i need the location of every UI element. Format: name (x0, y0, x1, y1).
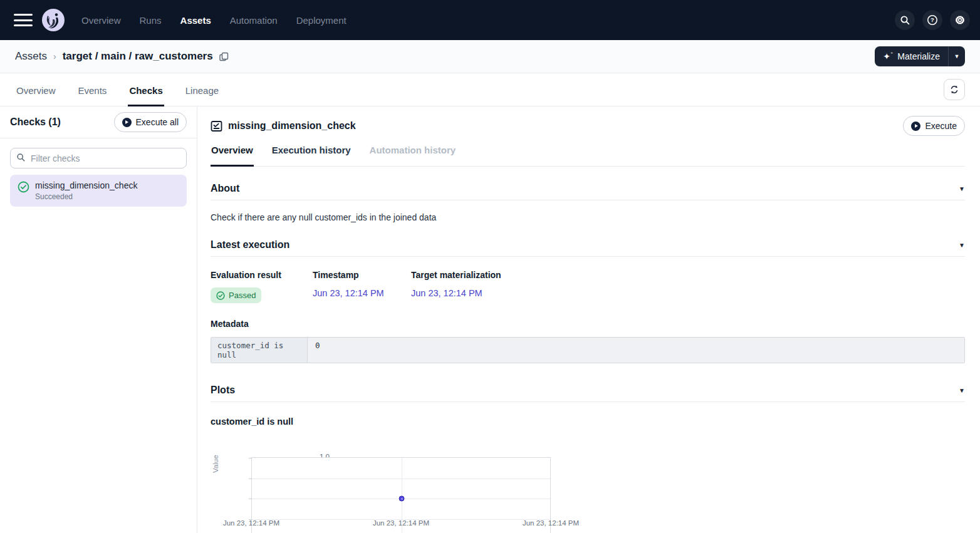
help-icon[interactable]: ? (922, 10, 942, 30)
refresh-button[interactable] (944, 79, 965, 100)
nav-link-overview[interactable]: Overview (81, 15, 121, 26)
column-target-materialization: Target materialization (411, 270, 501, 280)
chevron-down-icon[interactable]: ▼ (959, 185, 965, 192)
check-title: missing_dimension_check (228, 120, 356, 132)
breadcrumb-asset-path: target / main / raw_customers (63, 50, 213, 63)
tab-execution-history[interactable]: Execution history (271, 145, 352, 166)
check-detail-panel: missing_dimension_check Execute Overview… (197, 106, 980, 533)
check-detail-tabs: Overview Execution history Automation hi… (211, 145, 965, 167)
breadcrumb-assets-link[interactable]: Assets (15, 50, 47, 63)
passed-status-badge: Passed (211, 287, 261, 303)
about-description: Check if there are any null customer_ids… (211, 212, 965, 222)
nav-actions: ? (895, 10, 970, 30)
about-heading: About (211, 183, 239, 194)
sparkle-icon: ✦⁺ (883, 52, 893, 61)
tab-checks[interactable]: Checks (128, 85, 164, 106)
passed-label: Passed (229, 291, 256, 300)
settings-gear-icon[interactable] (950, 10, 970, 30)
search-icon (16, 153, 26, 165)
chevron-down-icon[interactable]: ▼ (959, 387, 965, 394)
metadata-key: customer_id is null (211, 338, 308, 363)
check-item-name: missing_dimension_check (35, 180, 137, 190)
nav-links: Overview Runs Assets Automation Deployme… (81, 15, 347, 26)
check-document-icon (211, 120, 222, 132)
checks-panel-title: Checks (1) (10, 116, 61, 128)
refresh-icon (949, 85, 959, 95)
filter-checks-input[interactable] (10, 148, 187, 168)
hamburger-menu-icon[interactable] (14, 14, 33, 26)
top-nav: Overview Runs Assets Automation Deployme… (0, 0, 980, 40)
latest-execution-heading: Latest execution (211, 239, 289, 251)
copy-icon[interactable] (219, 52, 229, 61)
x-tick: Jun 23, 12:14 PM (373, 519, 429, 527)
column-timestamp: Timestamp (313, 270, 411, 280)
nav-link-automation[interactable]: Automation (230, 15, 278, 26)
x-tick: Jun 23, 12:14 PM (223, 519, 279, 527)
timestamp-link[interactable]: Jun 23, 12:14 PM (313, 288, 384, 298)
plot-title: customer_id is null (211, 417, 965, 427)
nav-link-assets[interactable]: Assets (180, 15, 211, 26)
play-icon (122, 118, 132, 127)
plots-heading: Plots (211, 385, 235, 396)
nav-link-deployment[interactable]: Deployment (296, 15, 347, 26)
nav-link-runs[interactable]: Runs (140, 15, 162, 26)
tab-events[interactable]: Events (77, 85, 108, 106)
materialize-button[interactable]: ✦⁺ Materialize (875, 46, 948, 66)
breadcrumb-separator-icon: › (53, 51, 56, 61)
check-item-status: Succeeded (35, 192, 137, 201)
data-point[interactable] (399, 496, 405, 502)
tab-overview[interactable]: Overview (15, 85, 57, 106)
asset-tabs: Overview Events Checks Lineage (0, 73, 980, 106)
target-materialization-link[interactable]: Jun 23, 12:14 PM (411, 288, 482, 298)
metadata-table: customer_id is null 0 (211, 337, 965, 363)
x-tick: Jun 23, 12:14 PM (523, 519, 579, 527)
breadcrumb-row: Assets › target / main / raw_customers ✦… (0, 40, 980, 73)
tab-lineage[interactable]: Lineage (184, 85, 220, 106)
chart-y-axis-label: Value (212, 455, 219, 473)
execute-button[interactable]: Execute (903, 116, 965, 136)
tab-automation-history[interactable]: Automation history (369, 145, 457, 166)
execute-all-button[interactable]: Execute all (114, 112, 187, 132)
play-icon (911, 122, 920, 131)
search-icon[interactable] (895, 10, 915, 30)
svg-text:?: ? (930, 16, 934, 23)
check-success-icon (216, 291, 225, 300)
plot-chart: Value 1.0 0.5 0 -0.5 -1.0 Jun 23, 12:14 … (211, 434, 599, 533)
materialize-dropdown-button[interactable]: ▼ (948, 46, 965, 66)
column-evaluation-result: Evaluation result (211, 270, 313, 280)
metadata-heading: Metadata (211, 319, 965, 329)
check-list-item[interactable]: missing_dimension_check Succeeded (10, 175, 187, 207)
materialize-label: Materialize (897, 51, 940, 61)
dagster-logo-icon[interactable] (41, 8, 65, 32)
tab-check-overview[interactable]: Overview (211, 145, 254, 166)
metadata-value: 0 (308, 338, 964, 363)
checks-sidebar: Checks (1) Execute all missing_dimension… (0, 106, 197, 533)
chevron-down-icon[interactable]: ▼ (959, 242, 965, 249)
materialize-split-button: ✦⁺ Materialize ▼ (875, 46, 965, 66)
check-success-icon (18, 181, 29, 193)
